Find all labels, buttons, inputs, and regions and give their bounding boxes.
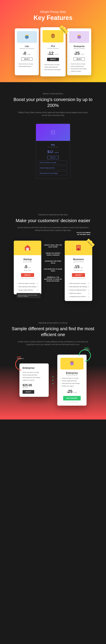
wf-price: $12 / month xyxy=(39,150,67,154)
feature-item: Clean and easy to use appi xyxy=(16,282,39,285)
low-conversion-card: LOWCONVERSION Enterprise Clean and easy … xyxy=(19,364,49,397)
svg-rect-15 xyxy=(77,246,78,246)
plan-header xyxy=(17,31,37,43)
section-eyebrow: Based on best practices xyxy=(9,92,97,94)
feature-list: Clean and easy to use app Simple widget … xyxy=(17,63,37,68)
select-button[interactable]: SELECT xyxy=(21,273,34,277)
svg-point-5 xyxy=(53,36,54,36)
select-button[interactable]: SELECT xyxy=(72,273,85,277)
plan-name: Lite xyxy=(17,45,37,48)
plan-sub: Advanced companies xyxy=(69,48,89,49)
gauge-label: HIGHCONVERSION xyxy=(83,347,90,350)
feature-item: Simple widget generator xyxy=(17,65,37,68)
conv-price: $25.00 xyxy=(23,384,46,387)
select-button[interactable]: SELECT xyxy=(23,390,34,394)
conv-sub: Advanced companies xyxy=(60,374,83,376)
feature-item: Simple widget generator xyxy=(60,380,83,382)
plan-card-enterprise: Enterprize Advanced companies $25 / mont… xyxy=(67,28,91,75)
feature-item: Helpful live supporti xyxy=(67,292,90,295)
comp-card-business: POPULAR Business up to 30 USERS $15 / ye… xyxy=(65,240,92,301)
plan-price: $12 / month xyxy=(43,51,63,56)
svg-point-0 xyxy=(25,35,29,39)
plan-name: Enterprize xyxy=(69,45,89,48)
pricing-cards-row: Lite Individuals and small teams $0 / mo… xyxy=(7,28,99,82)
section-title: Boost your pricing's conversion by up to… xyxy=(9,97,97,108)
section-boost: Based on best practices Boost your prici… xyxy=(0,82,106,203)
plan-card-lite: Lite Individuals and small teams $0 / mo… xyxy=(15,28,39,75)
svg-point-1 xyxy=(26,36,27,37)
plan-card-pro: POPULAR Pro Growing businesses $12 / mon… xyxy=(41,27,66,76)
section-desc: Elfsight Pricing Table combines all the … xyxy=(17,111,89,117)
callouts-column: CREATE VISUAL HINT FOR EACH OFFER DEFINE… xyxy=(43,240,63,286)
svg-point-10 xyxy=(52,131,53,132)
info-icon[interactable]: i xyxy=(37,283,39,284)
feature-item: Clean and easy to use app xyxy=(23,371,46,374)
comp-header xyxy=(14,240,41,255)
feature-list: Clean and easy to use app Simple widget … xyxy=(43,63,63,71)
svg-point-3 xyxy=(51,34,55,38)
wf-select-button[interactable]: SELECT xyxy=(47,156,58,159)
info-icon[interactable]: i xyxy=(88,296,90,298)
section-desc: Set the elements with all the informatio… xyxy=(17,226,89,232)
get-started-button[interactable]: GET STARTED xyxy=(63,396,81,400)
feature-item: Simple widget generatori Basic parameter… xyxy=(16,288,39,292)
wf-feature: Neat dashboard with settings xyxy=(39,171,67,175)
svg-point-7 xyxy=(78,36,79,37)
svg-rect-9 xyxy=(51,130,55,134)
feature-item: Clean and easy to use app xyxy=(17,63,37,65)
feature-item: Simple widget generator xyxy=(69,65,89,68)
hero-subtitle: Elfsight Pricing Table xyxy=(7,10,99,14)
guarantee-text: 14-day money back guarantee xyxy=(60,402,83,402)
select-button[interactable]: SELECT xyxy=(73,58,85,61)
comp-body: Startup up to 5 USERS $5 / year $1 per u… xyxy=(14,255,41,282)
plan-header xyxy=(43,30,63,42)
select-button[interactable]: SELECT xyxy=(21,58,33,61)
comp-price: $15 / year xyxy=(67,264,90,269)
info-icon[interactable]: i xyxy=(88,283,90,284)
tooltip: Basic parameters. Real-time saving funct… xyxy=(16,293,41,298)
section-title: Make your customers' decision easier xyxy=(9,218,97,224)
hero-title: Key Features xyxy=(7,14,99,22)
plan-header xyxy=(69,31,89,43)
callout: SHOWCASE THE OFFER VALUE xyxy=(43,260,63,264)
info-icon[interactable]: i xyxy=(37,289,39,291)
feature-item: Helpful live support xyxy=(23,379,46,382)
comp-sub: up to 30 USERS xyxy=(67,261,90,262)
comparison-row: Startup up to 5 USERS $5 / year $1 per u… xyxy=(9,240,97,301)
feature-item: Clean and easy to use app xyxy=(43,63,63,66)
svg-rect-16 xyxy=(78,246,79,246)
comp-card-startup: Startup up to 5 USERS $5 / year $1 per u… xyxy=(14,240,41,294)
arrows-icon: ▸▸▸ xyxy=(53,375,54,385)
conv-features: Clean and easy to use app Simple widget … xyxy=(60,377,83,387)
feature-item: Neat dashboard with settings xyxy=(69,68,89,70)
wireframe-image xyxy=(36,124,70,141)
plan-sub: Growing businesses xyxy=(43,48,63,49)
guarantee-text: 14-day money back guarantee xyxy=(67,278,90,279)
conv-features: Clean and easy to use app Simple widget … xyxy=(23,371,46,382)
section-title: Sample different pricing and find the mo… xyxy=(5,326,101,338)
plan-price: $0 / month xyxy=(17,51,37,56)
section-desc: A wide choice of options allows for crea… xyxy=(17,340,89,346)
feature-item: Simple widget generator xyxy=(43,66,63,68)
king-icon xyxy=(23,33,30,40)
per-user: $1 per user xyxy=(16,270,39,271)
comp-sub: up to 5 USERS xyxy=(16,261,39,262)
gauge-label: LOWCONVERSION xyxy=(17,356,24,359)
select-button[interactable]: SELECT xyxy=(47,58,59,61)
info-icon[interactable]: i xyxy=(88,286,90,288)
comp-features: Clean and easy to use appi Neat dashboar… xyxy=(14,282,41,294)
feature-item: Neat dashboard with settingsi xyxy=(67,285,90,288)
guarantee-text: 14-day money back guarantee xyxy=(16,278,39,279)
info-icon[interactable]: i xyxy=(37,286,39,288)
king-icon xyxy=(49,32,57,40)
comp-name: Business xyxy=(67,258,90,261)
section-decision: Elements to help find the best deal Make… xyxy=(0,203,106,312)
plan-name: Pro xyxy=(43,45,63,48)
feature-item: Neat dashboard with settingsi xyxy=(16,285,39,288)
info-icon[interactable]: i xyxy=(88,289,90,291)
feature-item: Clean and easy to use app xyxy=(69,63,89,65)
conv-unit: per month xyxy=(23,387,46,388)
info-icon[interactable]: i xyxy=(88,292,90,294)
comp-price: $5 / year xyxy=(16,264,39,269)
wf-feature: Simple widget generator xyxy=(39,166,67,170)
